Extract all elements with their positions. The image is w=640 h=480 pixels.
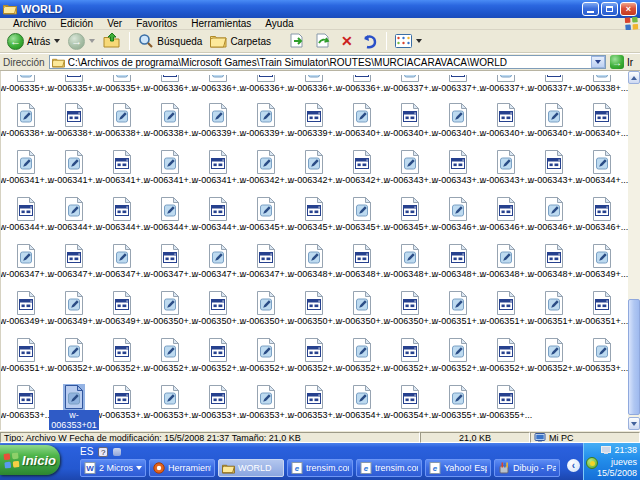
go-button[interactable]: → Ir — [610, 55, 637, 69]
file-item[interactable]: w-006336+... — [290, 71, 338, 94]
file-item[interactable]: w-006337+... — [434, 71, 482, 94]
file-item-selected[interactable]: w-006353+01 4181.w — [50, 376, 98, 423]
file-item[interactable]: w-006352+... — [146, 329, 194, 376]
file-item[interactable]: w-006352+... — [98, 329, 146, 376]
move-to-button[interactable] — [286, 32, 310, 50]
search-button[interactable]: Búsqueda — [135, 32, 205, 50]
taskbar-button-trensim-com[interactable]: etrensim.com... — [287, 459, 353, 477]
views-button[interactable] — [392, 33, 425, 49]
address-dropdown-button[interactable] — [591, 56, 605, 68]
close-button[interactable]: × — [620, 2, 637, 16]
vertical-scrollbar[interactable] — [628, 71, 640, 430]
file-item[interactable]: w-006350+... — [194, 282, 242, 329]
file-item[interactable]: w-006353+... — [146, 376, 194, 423]
menu-item-herramientas[interactable]: Herramientas — [184, 18, 258, 30]
file-item[interactable]: w-006350+... — [146, 282, 194, 329]
file-item[interactable]: w-006341+... — [2, 141, 50, 188]
file-item[interactable]: w-006349+... — [578, 235, 626, 282]
scrollbar-thumb[interactable] — [628, 299, 640, 415]
file-item[interactable]: w-006352+... — [530, 329, 578, 376]
file-item[interactable]: w-006344+... — [146, 188, 194, 235]
file-item[interactable]: w-006346+... — [530, 188, 578, 235]
file-item[interactable]: w-006341+... — [50, 141, 98, 188]
file-item[interactable]: w-006343+... — [482, 141, 530, 188]
file-item[interactable]: w-006343+... — [386, 141, 434, 188]
file-item[interactable]: w-006342+... — [242, 141, 290, 188]
file-item[interactable]: w-006351+... — [482, 282, 530, 329]
file-item[interactable]: w-006349+... — [98, 282, 146, 329]
file-item[interactable]: w-006352+... — [386, 329, 434, 376]
file-item[interactable]: w-006350+... — [338, 282, 386, 329]
taskbar-button-dibujo-paint[interactable]: Dibujo - Paint — [494, 459, 560, 477]
file-item[interactable]: w-006348+... — [434, 235, 482, 282]
file-item[interactable]: w-006354+... — [386, 376, 434, 423]
language-indicator[interactable]: ES — [80, 446, 93, 457]
file-item[interactable]: w-006335+... — [50, 71, 98, 94]
file-item[interactable]: w-006340+... — [482, 94, 530, 141]
file-item[interactable]: w-006352+... — [338, 329, 386, 376]
file-item[interactable]: w-006341+... — [98, 141, 146, 188]
file-item[interactable]: w-006343+... — [434, 141, 482, 188]
file-item[interactable]: w-006352+... — [194, 329, 242, 376]
file-item[interactable]: w-006347+... — [50, 235, 98, 282]
menu-item-ayuda[interactable]: Ayuda — [258, 18, 300, 30]
file-item[interactable]: w-006339+... — [290, 94, 338, 141]
file-item[interactable]: w-006340+... — [530, 94, 578, 141]
file-item[interactable]: w-006336+... — [146, 71, 194, 94]
file-item[interactable]: w-006347+... — [2, 235, 50, 282]
up-button[interactable] — [100, 32, 124, 50]
file-item[interactable]: w-006352+... — [242, 329, 290, 376]
file-item[interactable]: w-006336+... — [194, 71, 242, 94]
file-item[interactable]: w-006343+... — [530, 141, 578, 188]
address-input[interactable]: C:\Archivos de programa\Microsoft Games\… — [49, 55, 606, 69]
file-item[interactable]: w-006346+... — [578, 188, 626, 235]
file-item[interactable]: w-006340+... — [386, 94, 434, 141]
help-icon[interactable]: ? — [98, 447, 108, 457]
start-button[interactable]: Inicio — [0, 445, 60, 475]
file-item[interactable]: w-006342+... — [290, 141, 338, 188]
copy-to-button[interactable] — [312, 32, 336, 50]
file-item[interactable]: w-006355+... — [434, 376, 482, 423]
file-item[interactable]: w-006340+... — [338, 94, 386, 141]
folders-button[interactable]: Carpetas — [207, 33, 274, 49]
file-item[interactable]: w-006346+... — [482, 188, 530, 235]
file-item[interactable]: w-006351+... — [2, 329, 50, 376]
file-item[interactable]: w-006352+... — [434, 329, 482, 376]
file-item[interactable]: w-006348+... — [338, 235, 386, 282]
menu-item-favoritos[interactable]: Favoritos — [129, 18, 184, 30]
taskbar-button-world[interactable]: WORLD — [218, 459, 284, 477]
file-item[interactable]: w-006338+... — [578, 71, 626, 94]
file-item[interactable]: w-006347+... — [242, 235, 290, 282]
file-item[interactable]: w-006337+... — [482, 71, 530, 94]
file-item[interactable]: w-006354+... — [338, 376, 386, 423]
file-item[interactable]: w-006350+... — [386, 282, 434, 329]
file-item[interactable]: w-006353+... — [98, 376, 146, 423]
taskbar-button-trensim-com[interactable]: etrensim.com... — [356, 459, 422, 477]
group-dropdown-icon[interactable] — [136, 466, 142, 470]
file-item[interactable]: w-006338+... — [50, 94, 98, 141]
file-item[interactable]: w-006338+... — [2, 94, 50, 141]
file-item[interactable]: w-006344+... — [50, 188, 98, 235]
file-item[interactable]: w-006353+... — [242, 376, 290, 423]
file-item[interactable]: w-006348+... — [386, 235, 434, 282]
back-button[interactable]: ← Atrás — [4, 32, 63, 51]
language-band[interactable]: ES ? — [80, 446, 121, 457]
delete-button[interactable]: ✕ — [338, 33, 356, 49]
scroll-down-button[interactable] — [628, 417, 640, 430]
file-item[interactable]: w-006340+... — [434, 94, 482, 141]
file-item[interactable]: w-006338+... — [146, 94, 194, 141]
file-item[interactable]: w-006335+... — [98, 71, 146, 94]
back-dropdown-icon[interactable] — [54, 39, 60, 43]
file-item[interactable]: w-006335+... — [2, 71, 50, 94]
file-item[interactable]: w-006350+... — [242, 282, 290, 329]
views-dropdown-icon[interactable] — [416, 39, 422, 43]
file-item[interactable]: w-006339+... — [242, 94, 290, 141]
file-item[interactable]: w-006349+... — [2, 282, 50, 329]
taskbar-button-herramient[interactable]: Herramient... — [149, 459, 215, 477]
file-item[interactable]: w-006336+... — [338, 71, 386, 94]
tray-collapse-button[interactable]: ‹ — [567, 459, 580, 472]
taskbar-button-2-microsof[interactable]: W2 Microsof... — [80, 459, 146, 477]
forward-button[interactable]: → — [65, 32, 98, 51]
file-item[interactable]: w-006342+... — [338, 141, 386, 188]
file-item[interactable]: w-006338+... — [98, 94, 146, 141]
